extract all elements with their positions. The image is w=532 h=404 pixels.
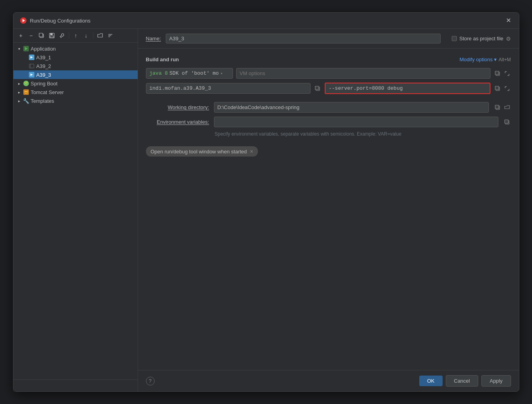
main-class-input[interactable]: [146, 83, 311, 94]
tree-label-a39-3: A39_3: [36, 72, 51, 78]
tree-group-tomcat[interactable]: ▸ 🐱 Tomcat Server: [13, 88, 138, 96]
folder-button[interactable]: [96, 31, 104, 40]
move-up-button[interactable]: ↑: [72, 31, 80, 40]
wrench-button[interactable]: [58, 31, 66, 40]
modify-options-link[interactable]: Modify options ▾ Alt+M: [460, 57, 511, 62]
tree-group-application[interactable]: ▾ Application: [13, 44, 138, 53]
tomcat-icon: 🐱: [23, 89, 29, 95]
chevron-right-icon3: ▸: [17, 98, 22, 104]
springboot-label: Spring Boot: [31, 81, 58, 87]
save-button[interactable]: [47, 31, 56, 40]
right-panel: Name: Store as project file ⚙ Build and …: [138, 29, 519, 391]
move-down-button[interactable]: ↓: [82, 31, 91, 40]
ok-button[interactable]: OK: [419, 376, 443, 386]
section-header: Build and run Modify options ▾ Alt+M: [146, 57, 511, 62]
left-bottom: [13, 379, 138, 391]
env-vars-copy-icon[interactable]: [503, 118, 511, 126]
sort-button[interactable]: [106, 31, 115, 40]
working-dir-copy-icon[interactable]: [494, 104, 502, 111]
env-vars-hint: Specify environment variables, separate …: [215, 131, 511, 137]
working-dir-label: Working directory:: [146, 104, 209, 110]
tree-item-a39-1[interactable]: ▾ A39_1: [13, 53, 138, 62]
svg-rect-3: [39, 33, 43, 37]
templates-label: Templates: [31, 98, 54, 104]
main-class-row: [146, 83, 511, 94]
name-field-label: Name:: [146, 36, 161, 42]
svg-rect-19: [495, 105, 499, 109]
add-button[interactable]: +: [17, 31, 25, 40]
env-vars-label: Environment variables:: [146, 119, 209, 125]
cancel-button[interactable]: Cancel: [446, 375, 478, 387]
app-icon: [20, 17, 27, 24]
vm-expand-icon[interactable]: [503, 70, 511, 77]
right-content: Build and run Modify options ▾ Alt+M jav…: [138, 49, 519, 370]
name-row: Name: Store as project file ⚙: [138, 29, 519, 49]
application-group-label: Application: [31, 46, 56, 52]
svg-rect-21: [505, 120, 508, 123]
modify-options-label: Modify options: [460, 57, 493, 62]
svg-rect-17: [495, 86, 499, 90]
section-title: Build and run: [146, 57, 179, 62]
apply-button[interactable]: Apply: [481, 375, 511, 387]
name-input[interactable]: [166, 34, 441, 43]
configurations-tree: ▾ Application ▾ A39_1 ▾: [13, 43, 138, 379]
tree-group-springboot[interactable]: ▸ 🌱 Spring Boot: [13, 79, 138, 88]
dialog-titlebar: Run/Debug Configurations ✕: [13, 13, 519, 29]
chevron-down-icon: ▾: [494, 57, 497, 62]
store-project-file-area: Store as project file ⚙: [452, 36, 511, 42]
working-dir-input[interactable]: [214, 102, 489, 113]
svg-rect-13: [495, 71, 499, 75]
dialog-body: + − ↑ ↓: [13, 29, 519, 391]
tree-group-templates[interactable]: ▸ 🔧 Templates: [13, 96, 138, 105]
args-row-icons: [494, 85, 511, 93]
templates-icon: 🔧: [23, 98, 29, 104]
gear-icon[interactable]: ⚙: [506, 36, 511, 42]
dialog-title: Run/Debug Configurations: [30, 18, 504, 24]
run-tool-window-badge: Open run/debug tool window when started …: [146, 146, 258, 157]
build-run-row: java 8 SDK of 'boot' mo ▾: [146, 68, 511, 79]
env-vars-input[interactable]: [214, 117, 498, 127]
tree-label-a39-2: A39_2: [36, 63, 51, 69]
vm-copy-icon[interactable]: [494, 70, 502, 77]
args-expand-icon[interactable]: [503, 85, 511, 93]
sdk-dropdown[interactable]: java 8 SDK of 'boot' mo ▾: [146, 68, 233, 79]
sdk-text: java 8: [150, 70, 168, 76]
svg-rect-15: [315, 86, 319, 90]
toolbar-separator: [69, 32, 69, 39]
tree-label-a39-1: A39_1: [36, 55, 51, 60]
help-button[interactable]: ?: [146, 377, 155, 385]
tree-item-a39-2[interactable]: ▾ A39_2: [13, 62, 138, 70]
working-dir-icons: [494, 104, 511, 111]
program-args-input[interactable]: [325, 83, 490, 94]
chevron-down-icon: ▾: [17, 46, 22, 51]
chevron-right-icon2: ▸: [17, 89, 22, 95]
svg-rect-10: [29, 64, 34, 68]
bottom-bar: ? OK Cancel Apply: [138, 370, 519, 391]
tree-item-a39-3[interactable]: ▾ A39_3: [13, 70, 138, 79]
env-vars-row: Environment variables:: [146, 117, 511, 127]
chevron-right-icon: ▸: [17, 81, 22, 86]
close-button[interactable]: ✕: [504, 17, 513, 25]
main-class-icon[interactable]: [314, 85, 322, 93]
working-dir-row: Working directory:: [146, 102, 511, 113]
env-vars-icons: [503, 118, 511, 126]
badge-close-button[interactable]: ×: [250, 148, 253, 155]
dropdown-arrow-icon: ▾: [220, 71, 223, 76]
vm-options-input[interactable]: [236, 68, 490, 79]
left-panel: + − ↑ ↓: [13, 29, 138, 391]
args-copy-icon[interactable]: [494, 85, 502, 93]
copy-button[interactable]: [37, 31, 46, 40]
tomcat-label: Tomcat Server: [31, 89, 64, 95]
vm-row-icons: [494, 70, 511, 77]
configurations-toolbar: + − ↑ ↓: [13, 29, 138, 43]
config-icon-a39-2: [28, 63, 35, 69]
working-dir-folder-icon[interactable]: [503, 104, 511, 111]
sdk-label: SDK of 'boot' mo: [169, 70, 219, 76]
run-debug-dialog: Run/Debug Configurations ✕ + − ↑ ↓: [13, 12, 519, 392]
remove-button[interactable]: −: [27, 31, 36, 40]
modify-options-shortcut: Alt+M: [498, 57, 511, 62]
store-label: Store as project file: [459, 36, 503, 42]
config-icon-a39-1: [28, 54, 35, 60]
store-checkbox[interactable]: [452, 36, 457, 41]
config-icon-a39-3: [28, 72, 35, 78]
